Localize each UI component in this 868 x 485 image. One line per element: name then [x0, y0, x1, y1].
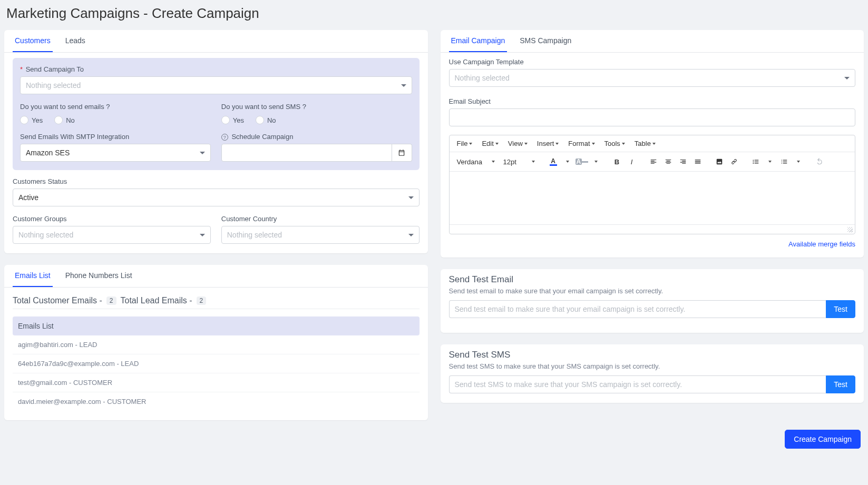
total-customer-emails-count: 2 — [106, 296, 116, 305]
highlight-color-dropdown[interactable] — [589, 155, 602, 168]
send-test-sms-card: Send Test SMS Send test SMS to make sure… — [441, 344, 864, 403]
tab-emails-list[interactable]: Emails List — [13, 265, 53, 287]
font-size-select[interactable]: 12pt — [500, 157, 538, 167]
editor-menu-tools[interactable]: Tools — [600, 137, 629, 150]
use-campaign-template-select[interactable]: Nothing selected — [449, 69, 856, 87]
editor-menu-file[interactable]: File — [453, 137, 477, 150]
radio-send-sms-no[interactable]: No — [256, 116, 276, 124]
align-center-icon — [665, 158, 672, 165]
image-icon — [716, 158, 723, 165]
send-test-sms-button[interactable]: Test — [826, 375, 855, 393]
text-color-dropdown[interactable] — [561, 155, 573, 168]
tab-sms-campaign[interactable]: SMS Campaign — [518, 30, 573, 52]
send-test-sms-title: Send Test SMS — [449, 350, 856, 360]
link-icon — [730, 158, 738, 165]
send-campaign-to-select[interactable]: Nothing selected — [20, 76, 412, 94]
highlight-color-button[interactable]: A — [576, 155, 588, 168]
insert-image-button[interactable] — [713, 155, 726, 168]
schedule-input[interactable] — [221, 144, 392, 162]
editor-menu-edit[interactable]: Edit — [477, 137, 502, 150]
merge-fields-link[interactable]: Available merge fields — [788, 240, 855, 248]
tab-customers[interactable]: Customers — [13, 30, 53, 52]
help-icon: ? — [221, 134, 228, 141]
customer-groups-placeholder: Nothing selected — [18, 231, 73, 239]
editor-menu-format[interactable]: Format — [564, 137, 599, 150]
tab-leads[interactable]: Leads — [63, 30, 87, 52]
tab-phone-numbers-list[interactable]: Phone Numbers List — [63, 265, 134, 287]
chevron-down-icon — [469, 143, 472, 145]
editor-body[interactable] — [450, 172, 855, 224]
list-item-tag: LEAD — [121, 360, 139, 368]
editor-menu-file-label: File — [457, 140, 468, 147]
numbered-list-icon — [781, 158, 788, 165]
font-family-value: Verdana — [457, 158, 482, 166]
email-campaign-card: Email Campaign SMS Campaign Use Campaign… — [441, 30, 864, 258]
list-item: test@gmail.com - CUSTOMER — [13, 373, 420, 392]
insert-link-button[interactable] — [728, 155, 740, 168]
radio-send-emails-no[interactable]: No — [54, 116, 75, 124]
customers-status-label: Customers Status — [13, 177, 420, 185]
use-campaign-template-placeholder: Nothing selected — [455, 74, 510, 82]
text-color-button[interactable]: A — [547, 155, 560, 168]
chevron-down-icon — [408, 234, 414, 236]
radio-send-emails-yes[interactable]: Yes — [20, 116, 43, 124]
resize-grip-icon[interactable] — [847, 227, 853, 232]
numbered-list-dropdown[interactable] — [792, 155, 804, 168]
editor-menu: File Edit View Insert Format Tools Table — [450, 135, 855, 152]
undo-button[interactable] — [813, 155, 826, 168]
align-left-button[interactable] — [647, 155, 660, 168]
chevron-down-icon — [797, 161, 800, 163]
editor-menu-insert[interactable]: Insert — [533, 137, 563, 150]
chevron-down-icon — [622, 143, 625, 145]
list-item: agim@bahtiri.com - LEAD — [13, 335, 420, 354]
required-star: * — [20, 65, 23, 73]
list-item-tag: CUSTOMER — [107, 398, 146, 405]
radio-send-sms-yes[interactable]: Yes — [221, 116, 244, 124]
bullet-list-dropdown[interactable] — [763, 155, 776, 168]
send-emails-label: Do you want to send emails ? — [20, 103, 211, 111]
align-right-button[interactable] — [677, 155, 689, 168]
list-item-email: 64eb167a7da9c@example.com — [18, 360, 115, 368]
calendar-button[interactable] — [392, 144, 412, 162]
list-item: 64eb167a7da9c@example.com - LEAD — [13, 354, 420, 373]
italic-button[interactable]: I — [626, 155, 638, 168]
editor-menu-view[interactable]: View — [504, 137, 532, 150]
send-test-sms-input[interactable] — [449, 375, 826, 393]
align-center-button[interactable] — [662, 155, 675, 168]
send-test-email-input[interactable] — [449, 300, 826, 318]
page-title: Marketing Campaigns - Create Campaign — [4, 0, 864, 30]
radio-dot-icon — [20, 116, 28, 124]
create-campaign-button[interactable]: Create Campaign — [785, 430, 861, 449]
chevron-down-icon — [652, 143, 656, 145]
bold-button[interactable]: B — [611, 155, 623, 168]
smtp-select[interactable]: Amazon SES — [20, 144, 211, 162]
list-item-email: david.meier@example.com — [18, 398, 101, 405]
align-right-icon — [679, 158, 687, 165]
total-customer-emails-label: Total Customer Emails - — [13, 296, 102, 305]
bullet-list-button[interactable] — [749, 155, 762, 168]
send-test-email-button[interactable]: Test — [826, 300, 855, 318]
send-test-sms-desc: Send test SMS to make sure that your SMS… — [449, 362, 856, 370]
chevron-down-icon — [524, 143, 528, 145]
customers-status-select[interactable]: Active — [13, 189, 420, 206]
list-item: david.meier@example.com - CUSTOMER — [13, 392, 420, 411]
send-test-email-desc: Send test email to make sure that your e… — [449, 287, 856, 295]
chevron-down-icon — [495, 143, 499, 145]
send-campaign-to-label: * Send Campaign To — [20, 65, 412, 73]
chevron-down-icon — [532, 161, 535, 163]
editor-menu-table[interactable]: Table — [630, 137, 660, 150]
customer-country-select[interactable]: Nothing selected — [221, 226, 420, 244]
align-justify-button[interactable] — [691, 155, 704, 168]
radio-dot-icon — [221, 116, 230, 124]
email-subject-input[interactable] — [449, 108, 856, 126]
radio-no-label: No — [66, 116, 75, 124]
tab-email-campaign[interactable]: Email Campaign — [449, 30, 508, 52]
customer-country-placeholder: Nothing selected — [227, 231, 282, 239]
customer-groups-select[interactable]: Nothing selected — [13, 226, 211, 244]
targeting-card: Customers Leads * Send Campaign To Nothi… — [4, 30, 428, 253]
calendar-icon — [398, 149, 405, 156]
numbered-list-button[interactable] — [778, 155, 791, 168]
lists-card: Emails List Phone Numbers List Total Cus… — [4, 265, 428, 420]
send-campaign-to-label-text: Send Campaign To — [26, 65, 84, 73]
font-family-select[interactable]: Verdana — [454, 157, 498, 167]
